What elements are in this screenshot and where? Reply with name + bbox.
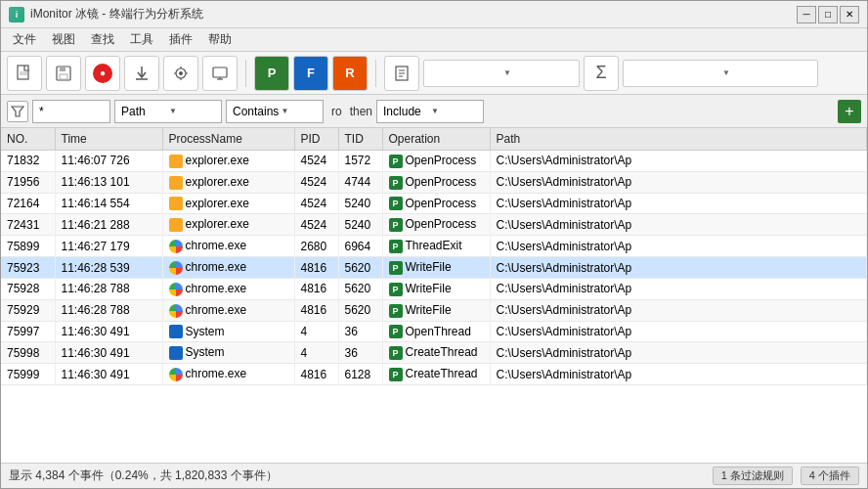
cell-operation: POpenProcess [382, 214, 490, 236]
doc-button[interactable] [384, 56, 419, 91]
operation-badge: P [389, 346, 403, 360]
col-header-time: Time [55, 128, 162, 151]
status-right: 1 条过滤规则 4 个插件 [713, 467, 859, 485]
menu-tools[interactable]: 工具 [122, 29, 161, 50]
title-controls: ─ □ ✕ [797, 6, 859, 23]
field-dropdown[interactable]: Path ▼ [114, 100, 222, 123]
cell-time: 11:46:14 554 [55, 193, 162, 214]
plugins-badge[interactable]: 4 个插件 [801, 467, 859, 485]
monitor-button[interactable] [202, 56, 238, 91]
event-dropdown[interactable]: ▼ [623, 60, 818, 87]
cell-no: 72164 [1, 193, 55, 214]
cell-operation: PWriteFile [382, 278, 490, 299]
cell-time: 11:46:27 179 [55, 236, 162, 257]
cell-no: 71956 [1, 171, 55, 193]
filter-icon[interactable] [7, 101, 28, 122]
operation-badge: P [389, 368, 403, 381]
menu-view[interactable]: 视图 [44, 29, 83, 50]
sigma-icon: Σ [595, 63, 606, 83]
add-filter-button[interactable]: + [838, 100, 861, 123]
upload-button[interactable] [163, 56, 198, 91]
condition-dropdown[interactable]: Contains ▼ [226, 100, 324, 123]
operation-badge: P [389, 176, 403, 190]
p-button[interactable]: P [254, 56, 289, 91]
table-row[interactable]: 75923 11:46:28 539 chrome.exe 4816 5620 … [1, 257, 867, 279]
cell-pid: 4 [294, 342, 338, 364]
menu-plugins[interactable]: 插件 [161, 29, 200, 50]
cell-processname: chrome.exe [162, 364, 294, 385]
cell-path: C:\Users\Administrator\Ap [490, 321, 867, 342]
table-row[interactable]: 71832 11:46:07 726 explorer.exe 4524 157… [1, 151, 867, 172]
cell-no: 75998 [1, 342, 55, 364]
event-table-container[interactable]: NO. Time ProcessName PID TID Operation P… [1, 128, 867, 463]
cell-time: 11:46:28 788 [55, 278, 162, 299]
table-row[interactable]: 75999 11:46:30 491 chrome.exe 4816 6128 … [1, 364, 867, 385]
cell-path: C:\Users\Administrator\Ap [490, 257, 867, 279]
menu-help[interactable]: 帮助 [200, 29, 239, 50]
cell-operation: POpenProcess [382, 151, 490, 172]
svg-point-9 [179, 71, 183, 75]
menu-find[interactable]: 查找 [83, 29, 122, 50]
cell-time: 11:46:30 491 [55, 364, 162, 385]
cell-time: 11:46:28 539 [55, 257, 162, 279]
menu-file[interactable]: 文件 [5, 29, 44, 50]
process-icon [169, 304, 183, 318]
toolbar: ● P F R [1, 52, 867, 95]
table-row[interactable]: 75998 11:46:30 491 System 4 36 PCreateTh… [1, 342, 867, 364]
table-row[interactable]: 71956 11:46:13 101 explorer.exe 4524 474… [1, 171, 867, 193]
svg-rect-5 [60, 74, 67, 79]
close-button[interactable]: ✕ [840, 6, 859, 23]
status-bar: 显示 4,384 个事件（0.24%，共 1,820,833 个事件） 1 条过… [1, 463, 867, 488]
event-table: NO. Time ProcessName PID TID Operation P… [1, 128, 867, 385]
r-button[interactable]: R [332, 56, 368, 91]
minimize-button[interactable]: ─ [797, 6, 816, 23]
cell-path: C:\Users\Administrator\Ap [490, 299, 867, 321]
cell-path: C:\Users\Administrator\Ap [490, 151, 867, 172]
table-row[interactable]: 75929 11:46:28 788 chrome.exe 4816 5620 … [1, 299, 867, 321]
cell-time: 11:46:13 101 [55, 171, 162, 193]
new-button[interactable] [7, 56, 42, 91]
cell-tid: 5240 [338, 193, 382, 214]
process-icon [169, 325, 183, 338]
cell-time: 11:46:07 726 [55, 151, 162, 172]
cell-no: 75929 [1, 299, 55, 321]
cell-pid: 4816 [294, 364, 338, 385]
condition-dropdown-arrow-icon: ▼ [281, 107, 317, 115]
cell-processname: explorer.exe [162, 193, 294, 214]
table-row[interactable]: 75899 11:46:27 179 chrome.exe 2680 6964 … [1, 236, 867, 257]
cell-operation: POpenProcess [382, 193, 490, 214]
table-row[interactable]: 72431 11:46:21 288 explorer.exe 4524 524… [1, 214, 867, 236]
sigma-button[interactable]: Σ [584, 56, 619, 91]
col-header-processname: ProcessName [162, 128, 294, 151]
include-dropdown[interactable]: Include ▼ [376, 100, 484, 123]
cell-pid: 2680 [294, 236, 338, 257]
cell-processname: System [162, 342, 294, 364]
filter-rules-badge[interactable]: 1 条过滤规则 [713, 467, 793, 485]
field-dropdown-arrow-icon: ▼ [169, 107, 215, 115]
filter-dropdown[interactable]: ▼ [423, 60, 580, 87]
save-button[interactable] [46, 56, 81, 91]
operation-badge: P [389, 240, 403, 253]
cell-operation: PCreateThread [382, 342, 490, 364]
table-row[interactable]: 75997 11:46:30 491 System 4 36 POpenThre… [1, 321, 867, 342]
cell-tid: 4744 [338, 171, 382, 193]
maximize-button[interactable]: □ [818, 6, 838, 23]
cell-pid: 4524 [294, 214, 338, 236]
cell-pid: 4 [294, 321, 338, 342]
wildcard-input[interactable] [32, 100, 110, 123]
record-icon: ● [93, 64, 112, 83]
cell-operation: PCreateThread [382, 364, 490, 385]
cell-path: C:\Users\Administrator\Ap [490, 236, 867, 257]
table-row[interactable]: 75928 11:46:28 788 chrome.exe 4816 5620 … [1, 278, 867, 299]
cell-operation: PWriteFile [382, 299, 490, 321]
f-button[interactable]: F [293, 56, 328, 91]
svg-rect-14 [213, 67, 227, 77]
download-button[interactable] [124, 56, 159, 91]
cell-tid: 6964 [338, 236, 382, 257]
process-icon [169, 155, 183, 168]
table-row[interactable]: 72164 11:46:14 554 explorer.exe 4524 524… [1, 193, 867, 214]
operation-badge: P [389, 155, 403, 168]
cell-processname: chrome.exe [162, 278, 294, 299]
cell-tid: 5240 [338, 214, 382, 236]
record-button[interactable]: ● [85, 56, 120, 91]
